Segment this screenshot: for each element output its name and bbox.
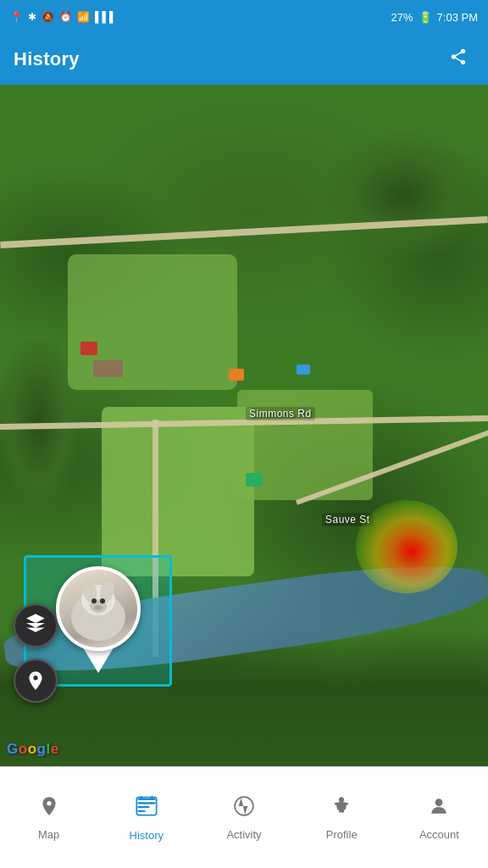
nav-item-profile[interactable]: Profile — [293, 788, 391, 848]
bluetooth-icon: ✱ — [28, 11, 36, 23]
wifi-icon: 📶 — [77, 11, 90, 23]
history-nav-label: History — [130, 829, 164, 842]
location-icon: 📍 — [10, 11, 23, 23]
heatmap-gradient — [356, 500, 458, 593]
nav-item-account[interactable]: Account — [391, 788, 488, 848]
dog-image — [59, 570, 137, 648]
map-nav-label: Map — [38, 828, 59, 841]
map-layers-icon — [25, 612, 47, 639]
svg-rect-11 — [137, 810, 145, 811]
nav-item-activity[interactable]: Activity — [195, 788, 292, 848]
marker-pin — [52, 566, 145, 676]
building-1 — [80, 342, 97, 355]
building-3 — [229, 369, 244, 381]
google-watermark: Google — [7, 741, 59, 758]
status-icons-left: 📍 ✱ 🔕 ⏰ 📶 ▌▌▌ — [10, 11, 117, 23]
map-view[interactable]: Simmons Rd Sauve St — [0, 85, 488, 766]
page-title: History — [14, 48, 80, 70]
bottom-navigation: Map History Activity — [0, 766, 488, 868]
alarm-icon: ⏰ — [59, 11, 72, 23]
svg-rect-10 — [137, 806, 149, 808]
status-bar: 📍 ✱ 🔕 ⏰ 📶 ▌▌▌ 27% 🔋 7:03 PM — [0, 0, 488, 34]
field-2 — [102, 407, 254, 576]
simmons-road-label: Simmons Rd — [246, 407, 315, 420]
svg-rect-9 — [137, 802, 155, 804]
status-right: 27% 🔋 7:03 PM — [391, 11, 478, 24]
svg-point-7 — [94, 605, 103, 610]
account-nav-icon — [428, 795, 450, 823]
profile-nav-icon — [330, 795, 352, 823]
nav-item-map[interactable]: Map — [0, 788, 97, 848]
heatmap-overlay — [356, 500, 458, 593]
history-nav-icon — [135, 794, 158, 824]
building-4 — [297, 364, 310, 375]
svg-point-16 — [435, 798, 443, 806]
battery-percent: 27% — [391, 11, 413, 24]
svg-point-6 — [100, 598, 105, 604]
marker-tail — [83, 648, 114, 673]
signal-icon: ▌▌▌ — [95, 11, 117, 23]
battery-icon: 🔋 — [419, 11, 432, 24]
my-location-button[interactable] — [14, 659, 58, 703]
activity-nav-icon — [233, 795, 255, 823]
account-nav-label: Account — [419, 828, 459, 841]
map-nav-icon — [38, 795, 60, 823]
profile-nav-label: Profile — [326, 828, 358, 841]
time: 7:03 PM — [437, 11, 478, 24]
nav-item-history[interactable]: History — [97, 787, 195, 849]
share-button[interactable] — [442, 41, 474, 78]
mute-icon: 🔕 — [42, 11, 54, 23]
svg-point-5 — [92, 598, 97, 604]
activity-nav-label: Activity — [226, 828, 261, 841]
tree-patch-top-right — [319, 127, 488, 263]
pet-avatar — [56, 566, 141, 651]
building-2 — [93, 360, 123, 377]
app-header: History — [0, 34, 488, 85]
building-5 — [246, 473, 263, 487]
map-type-button[interactable] — [14, 604, 58, 648]
